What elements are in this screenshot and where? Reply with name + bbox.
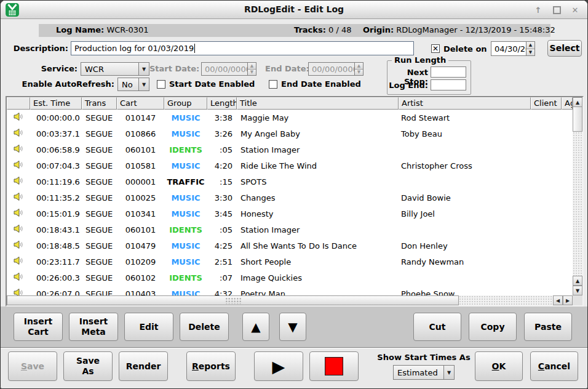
stop-square-icon bbox=[325, 357, 343, 375]
cell-cart: 010403 bbox=[117, 289, 164, 296]
cell-cart: 010479 bbox=[117, 241, 164, 251]
scroll-down-icon[interactable] bbox=[573, 286, 582, 295]
delete-on-label: Delete on bbox=[443, 44, 487, 54]
button-label: Paste bbox=[534, 322, 562, 332]
column-header-age[interactable]: Age bbox=[562, 97, 573, 110]
speaker-icon bbox=[14, 145, 24, 154]
cancel-button[interactable]: Cancel bbox=[530, 351, 578, 381]
service-select[interactable]: WCR bbox=[81, 62, 149, 76]
end-date-enabled-label: End Date Enabled bbox=[281, 79, 361, 89]
save-as-button[interactable]: Save As bbox=[63, 351, 113, 381]
end-date-enabled-checkbox[interactable] bbox=[269, 80, 277, 89]
maximize-icon[interactable] bbox=[552, 5, 562, 15]
delete-date-value: 04/30/2019 bbox=[491, 42, 526, 55]
button-label: Reports bbox=[192, 361, 230, 372]
log-rows: 00:00:00.0SEGUE010147MUSIC3:38Maggie May… bbox=[7, 110, 573, 295]
delete-on-checkbox[interactable] bbox=[431, 44, 440, 53]
stop-button[interactable] bbox=[309, 351, 359, 381]
speaker-icon bbox=[14, 209, 24, 219]
column-header-icon[interactable] bbox=[7, 97, 30, 110]
h-scrollbar[interactable] bbox=[7, 295, 573, 305]
column-header-length[interactable]: Length bbox=[207, 97, 237, 110]
select-button[interactable]: Select bbox=[547, 40, 582, 57]
table-row[interactable]: 00:11:35.2SEGUE010025MUSIC3:30ChangesDav… bbox=[7, 190, 573, 206]
h-scroll-track[interactable] bbox=[459, 295, 553, 305]
cut-button[interactable]: Cut bbox=[413, 313, 461, 341]
cell-time: 00:23:11.7 bbox=[30, 257, 82, 267]
scroll-up-icon[interactable] bbox=[573, 97, 582, 107]
edit-button[interactable]: Edit bbox=[124, 313, 173, 341]
autorefresh-select[interactable]: No bbox=[117, 78, 149, 91]
table-row[interactable]: 00:06:58.9SEGUE060101IDENTS:05Station Im… bbox=[7, 142, 573, 158]
log-name: Log Name: WCR-0301 bbox=[56, 25, 149, 34]
move-down-button[interactable]: ▼ bbox=[279, 313, 306, 341]
v-scroll-track[interactable] bbox=[573, 132, 582, 276]
cell-time: 00:11:19.6 bbox=[30, 177, 82, 186]
play-button[interactable]: ▶ bbox=[254, 351, 303, 381]
table-row[interactable]: 00:11:19.6SEGUE000001TRAFFIC:15SPOTS bbox=[7, 174, 573, 190]
table-row[interactable]: 00:18:43.1SEGUE060101IDENTS:05Station Im… bbox=[7, 222, 573, 238]
table-row[interactable]: 00:15:01.9SEGUE010341MUSIC3:45HonestyBil… bbox=[7, 206, 573, 222]
column-header-est-time[interactable]: Est. Time bbox=[30, 97, 82, 110]
copy-button[interactable]: Copy bbox=[469, 313, 517, 341]
paste-button[interactable]: Paste bbox=[524, 313, 572, 341]
button-label: OK bbox=[492, 361, 506, 372]
run-length-title: Run Length bbox=[392, 55, 448, 65]
show-start-times-select[interactable]: Estimated bbox=[393, 365, 455, 380]
scroll-right-icon[interactable] bbox=[563, 295, 573, 305]
cell-title: All She Wants To Do Is Dance bbox=[237, 241, 399, 251]
spin-down-icon bbox=[355, 70, 363, 76]
cell-trans: SEGUE bbox=[82, 273, 117, 283]
cell-artist: David Bowie bbox=[399, 193, 531, 203]
cell-trans: SEGUE bbox=[82, 161, 117, 170]
cell-icon bbox=[7, 193, 30, 203]
cell-title: Changes bbox=[237, 193, 399, 203]
table-row[interactable]: 00:03:37.1SEGUE010866MUSIC3:26My Angel B… bbox=[7, 126, 573, 142]
cell-cart: 010025 bbox=[117, 193, 164, 203]
column-header-title[interactable]: Title bbox=[237, 97, 399, 110]
insert-meta-button[interactable]: Insert Meta bbox=[69, 313, 118, 341]
shade-icon[interactable] bbox=[533, 5, 543, 15]
table-row[interactable]: 00:07:04.3SEGUE010581MUSIC4:20Ride Like … bbox=[7, 158, 573, 174]
cell-artist: Don Henley bbox=[399, 241, 531, 251]
v-scrollbar[interactable] bbox=[573, 97, 582, 295]
scroll-left-icon[interactable] bbox=[553, 295, 563, 305]
cell-group: IDENTS bbox=[164, 145, 207, 154]
button-label: Select bbox=[550, 43, 580, 54]
log-end-label: Log End: bbox=[387, 81, 428, 90]
table-row[interactable]: 00:26:00.3SEGUE060102IDENTS:07Image Quic… bbox=[7, 270, 573, 286]
ok-button[interactable]: OK bbox=[475, 351, 523, 381]
column-header-artist[interactable]: Artist bbox=[399, 97, 531, 110]
cell-group: MUSIC bbox=[164, 193, 207, 203]
v-scroll-thumb[interactable] bbox=[573, 107, 582, 132]
description-input[interactable]: Production log for 01/03/2019 bbox=[71, 41, 414, 55]
reports-button[interactable]: Reports bbox=[186, 351, 236, 381]
table-row[interactable]: 00:26:07.0SEGUE010403MUSIC4:32Poetry Man… bbox=[7, 286, 573, 295]
table-row[interactable]: 00:18:48.5SEGUE010479MUSIC4:25All She Wa… bbox=[7, 238, 573, 254]
cell-title: Short People bbox=[237, 257, 399, 267]
insert-cart-button[interactable]: Insert Cart bbox=[14, 313, 63, 341]
column-header-group[interactable]: Group bbox=[164, 97, 207, 110]
render-button[interactable]: Render bbox=[119, 351, 168, 381]
speaker-icon bbox=[14, 193, 24, 203]
delete-button[interactable]: Delete bbox=[180, 313, 229, 341]
column-header-trans[interactable]: Trans bbox=[82, 97, 117, 110]
table-row[interactable]: 00:00:00.0SEGUE010147MUSIC3:38Maggie May… bbox=[7, 110, 573, 126]
move-up-button[interactable]: ▲ bbox=[242, 313, 269, 341]
scroll-up-icon[interactable] bbox=[573, 276, 582, 286]
save-button[interactable]: Save bbox=[8, 351, 57, 381]
speaker-icon bbox=[14, 273, 24, 283]
start-date-enabled-checkbox[interactable] bbox=[157, 80, 165, 89]
spin-up-icon[interactable] bbox=[526, 42, 534, 49]
close-icon[interactable] bbox=[570, 5, 580, 15]
h-scroll-thumb[interactable] bbox=[7, 295, 459, 305]
titlebar[interactable]: RDLogEdit - Edit Log bbox=[1, 1, 587, 19]
delete-date-spinner[interactable]: 04/30/2019 bbox=[491, 41, 535, 56]
column-header-cart[interactable]: Cart bbox=[117, 97, 164, 110]
button-label: Insert Cart bbox=[24, 316, 53, 337]
cell-length: 4:20 bbox=[207, 161, 237, 170]
table-row[interactable]: 00:23:11.7SEGUE010209MUSIC2:51Short Peop… bbox=[7, 254, 573, 270]
column-header-client[interactable]: Client bbox=[531, 97, 562, 110]
spin-down-icon[interactable] bbox=[526, 49, 534, 56]
chevron-down-icon bbox=[138, 63, 149, 75]
